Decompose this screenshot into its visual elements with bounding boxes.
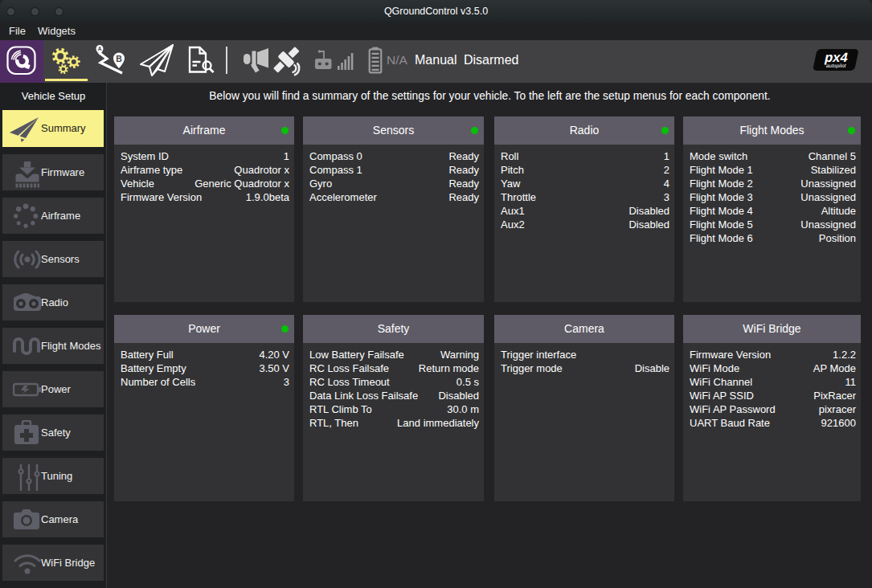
svg-text:autopilot: autopilot xyxy=(825,63,846,70)
svg-text:A: A xyxy=(98,46,102,51)
svg-text:B: B xyxy=(116,54,122,63)
